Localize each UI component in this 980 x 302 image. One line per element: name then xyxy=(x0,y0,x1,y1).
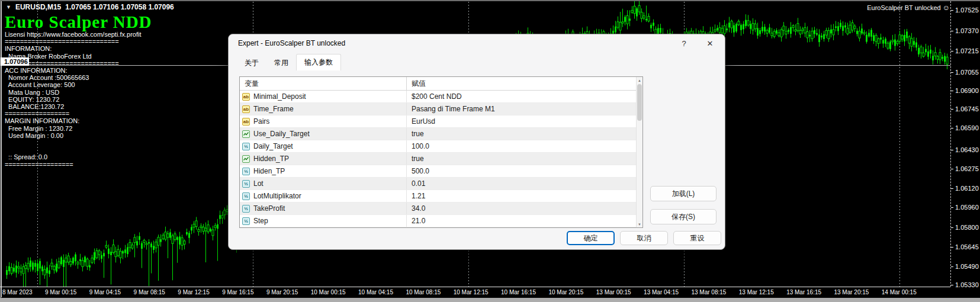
param-value[interactable]: true xyxy=(412,130,424,138)
load-button[interactable]: 加载(L) xyxy=(650,186,716,201)
param-row[interactable]: ½Step21.0 xyxy=(240,215,642,227)
param-value[interactable]: $200 Cent NDD xyxy=(412,92,462,101)
param-value[interactable]: 21.0 xyxy=(412,217,425,225)
time-label: 13 Mar 16:15 xyxy=(786,289,821,295)
param-row[interactable]: abTime_FramePasang di Time Frame M1 xyxy=(240,103,642,115)
table-scrollbar[interactable]: ▲ ▼ xyxy=(636,77,642,227)
price-tick: 1.07055 xyxy=(951,69,979,76)
time-label: 9 Mar 00:15 xyxy=(45,289,76,295)
price-tick-label: 1.06430 xyxy=(955,146,979,153)
scroll-thumb[interactable] xyxy=(637,84,642,121)
watermark-text: EuroScalper BT unlocked xyxy=(867,4,941,11)
string-param-icon: ab xyxy=(242,105,250,113)
time-label: 10 Mar 12:15 xyxy=(454,289,489,295)
param-value[interactable]: 0.01 xyxy=(412,179,425,188)
time-label: 13 Mar 08:15 xyxy=(691,289,726,295)
param-value[interactable]: 1.21 xyxy=(412,192,425,200)
param-value[interactable]: Pasang di Time Frame M1 xyxy=(412,105,495,113)
tick-dash xyxy=(951,285,953,285)
comment-line: :: Spread: 0.0 xyxy=(5,153,152,160)
param-value[interactable]: 500.0 xyxy=(412,167,429,175)
tick-dash xyxy=(951,128,953,128)
tick-dash xyxy=(951,31,953,31)
number-param-icon: ½ xyxy=(242,205,250,213)
price-tick-label: 1.06590 xyxy=(955,124,979,131)
tick-dash xyxy=(951,51,953,52)
close-icon[interactable]: ✕ xyxy=(703,37,716,50)
comment-line: ================== xyxy=(5,161,152,168)
time-label: 10 Mar 08:15 xyxy=(406,289,441,295)
price-tick-label: 1.05960 xyxy=(955,204,979,211)
params-table-body: abMinimal_Deposit$200 Cent NDDabTime_Fra… xyxy=(240,91,642,228)
param-row[interactable]: Hidden_TPtrue xyxy=(240,153,642,165)
tab-inputs[interactable]: 输入参数 xyxy=(296,54,341,70)
number-param-icon: ½ xyxy=(242,143,250,150)
mt4-chart-window: ▼ EURUSD,M15 1.07065 1.07106 1.07058 1.0… xyxy=(0,0,980,302)
price-tick-label: 1.05490 xyxy=(955,263,979,270)
reset-button[interactable]: 重设 xyxy=(673,231,721,245)
number-param-icon: ½ xyxy=(242,217,250,225)
time-label: 10 Mar 20:15 xyxy=(548,289,583,295)
price-tick-label: 1.05330 xyxy=(955,281,979,288)
price-tick: 1.07215 xyxy=(951,47,979,54)
comment-line: INFORMATION: xyxy=(5,45,152,52)
param-name: Hiden_TP xyxy=(253,167,285,175)
price-tick: 1.06590 xyxy=(951,124,979,131)
scroll-up-icon[interactable]: ▲ xyxy=(637,77,642,83)
time-label: 14 Mar 00:15 xyxy=(882,289,917,295)
param-row[interactable]: ½Hiden_TP500.0 xyxy=(240,165,642,178)
param-value[interactable]: 100.0 xyxy=(412,142,429,150)
time-label: 13 Mar 20:15 xyxy=(834,289,869,295)
time-label: 9 Mar 08:15 xyxy=(134,289,165,295)
param-name: Pairs xyxy=(253,117,269,126)
cancel-button[interactable]: 取消 xyxy=(620,231,668,245)
param-row[interactable]: Use_Daily_Targettrue xyxy=(240,128,642,140)
comment-line: Nomor Account :500665663 xyxy=(5,74,152,81)
help-button[interactable]: ? xyxy=(677,37,690,50)
param-row[interactable]: ½TakeProfit34.0 xyxy=(240,203,642,215)
ohlc-values: 1.07065 1.07106 1.07058 1.07096 xyxy=(65,3,174,11)
dialog-titlebar[interactable]: Expert - EuroScalper BT unlocked ? ✕ xyxy=(229,34,725,52)
scroll-down-icon[interactable]: ▼ xyxy=(637,221,642,227)
save-button[interactable]: 保存(S) xyxy=(650,209,716,224)
param-value[interactable]: true xyxy=(412,155,424,163)
comment-line: ================= xyxy=(5,110,152,117)
comment-line: Free Margin : 1230.72 xyxy=(5,125,152,132)
time-label: 10 Mar 16:15 xyxy=(501,289,536,295)
price-tick: 1.06900 xyxy=(951,87,979,94)
price-tick: 1.05330 xyxy=(951,281,979,288)
price-tick: 1.07370 xyxy=(951,27,979,34)
param-value[interactable]: 34.0 xyxy=(412,204,425,213)
current-price-box: 1.07096 xyxy=(1,57,29,66)
tick-dash xyxy=(951,109,953,110)
price-axis: 1.075251.073701.072151.070551.069001.067… xyxy=(950,1,980,287)
comment-line: ACC INFORMATION: xyxy=(5,67,152,74)
param-row[interactable]: ½Lot0.01 xyxy=(240,178,642,190)
tick-dash xyxy=(951,227,953,228)
price-tick: 1.05800 xyxy=(951,224,979,231)
param-row[interactable]: abPairsEurUsd xyxy=(240,115,642,128)
param-row[interactable]: ½Daily_Target100.0 xyxy=(240,140,642,153)
param-value[interactable]: EurUsd xyxy=(412,117,435,126)
price-tick: 1.06430 xyxy=(951,146,979,153)
param-row[interactable]: abMinimal_Deposit$200 Cent NDD xyxy=(240,91,642,103)
window-bottom-strip xyxy=(0,298,980,302)
comment-line: Lisensi https://www.facebook.com/septi.f… xyxy=(5,31,152,38)
tab-strip: 关于常用输入参数 xyxy=(237,54,341,70)
symbol-dropdown-icon[interactable]: ▼ xyxy=(6,4,11,10)
comment-line: ============================== xyxy=(5,38,152,45)
param-name: Minimal_Deposit xyxy=(253,92,306,101)
time-label: 13 Mar 12:15 xyxy=(739,289,774,295)
time-label: 10 Mar 00:15 xyxy=(311,289,346,295)
chart-header: ▼ EURUSD,M15 1.07065 1.07106 1.07058 1.0… xyxy=(6,3,174,11)
tab-about[interactable]: 关于 xyxy=(237,56,266,70)
comment-line xyxy=(5,139,152,146)
param-row[interactable]: ½Averaging1.0 xyxy=(240,227,642,228)
param-row[interactable]: ½LotMultiplikator1.21 xyxy=(240,190,642,203)
ok-button[interactable]: 确定 xyxy=(567,231,615,245)
tick-dash xyxy=(951,91,953,91)
price-tick-label: 1.07215 xyxy=(955,47,979,54)
dialog-title: Expert - EuroScalper BT unlocked xyxy=(238,34,345,52)
bool-param-icon xyxy=(242,130,250,138)
tab-common[interactable]: 常用 xyxy=(266,56,296,70)
